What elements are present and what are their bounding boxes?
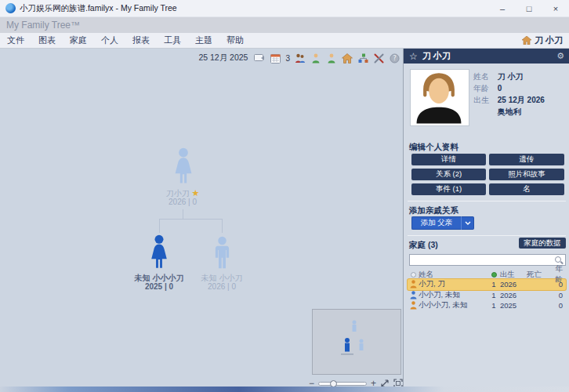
minimap[interactable] bbox=[312, 309, 401, 375]
photos-stories-button[interactable]: 照片和故事 bbox=[489, 169, 564, 180]
detail-name-label: 姓名 bbox=[473, 71, 492, 82]
menu-bar: 文件 图表 家庭 个人 报表 工具 主题 帮助 刀 小刀 bbox=[0, 33, 569, 49]
menu-tools[interactable]: 工具 bbox=[157, 33, 188, 49]
panel-person-name: 刀 小刀 bbox=[422, 50, 451, 62]
row-name: 小小刀, 未知 bbox=[419, 290, 487, 300]
names-button[interactable]: 名 bbox=[489, 183, 564, 195]
relationships-button[interactable]: 关系 (2) bbox=[411, 169, 486, 180]
header-death[interactable]: 死亡 bbox=[527, 270, 549, 280]
add-section-title: 添加亲戚关系 bbox=[409, 205, 458, 216]
panel-settings-gear-icon[interactable]: ⚙ bbox=[556, 51, 564, 61]
help-icon[interactable]: ? bbox=[389, 53, 400, 64]
slideshow-icon[interactable] bbox=[254, 53, 265, 64]
family-group-icon[interactable] bbox=[295, 53, 306, 64]
home-person-icon[interactable] bbox=[342, 53, 353, 64]
relationship-chart-icon[interactable] bbox=[357, 53, 368, 64]
family-section-title: 家庭 (3) bbox=[409, 240, 438, 251]
menu-reports[interactable]: 报表 bbox=[125, 33, 157, 49]
person-photo[interactable] bbox=[411, 70, 469, 125]
menu-themes[interactable]: 主题 bbox=[188, 33, 219, 49]
search-icon bbox=[554, 256, 563, 264]
row-birth: 2026 bbox=[500, 291, 527, 299]
genetics-button[interactable]: 遗传 bbox=[489, 154, 564, 165]
detail-age-row: 年龄 0 bbox=[473, 83, 502, 94]
tree-connector-h bbox=[159, 219, 223, 220]
events-button[interactable]: 事件 (1) bbox=[411, 183, 486, 195]
person-icon-2[interactable] bbox=[326, 53, 337, 64]
menu-individual[interactable]: 个人 bbox=[94, 33, 125, 49]
header-name[interactable]: 姓名 bbox=[419, 270, 487, 280]
detail-name-row: 姓名 刀 小刀 bbox=[473, 71, 524, 82]
panel-divider-2 bbox=[408, 235, 566, 236]
details-button[interactable]: 详情 bbox=[411, 154, 486, 165]
row-count: 1 bbox=[487, 301, 500, 310]
row-birth: 2025 bbox=[500, 301, 527, 310]
home-icon bbox=[522, 36, 531, 45]
detail-age-label: 年龄 bbox=[473, 83, 492, 94]
header-birth[interactable]: 出生 bbox=[500, 270, 527, 280]
add-father-dropdown[interactable] bbox=[461, 216, 474, 230]
panel-divider-1 bbox=[408, 201, 566, 201]
family-row-3[interactable]: 小小小刀, 未知 1 2025 0 bbox=[408, 300, 566, 311]
status-dot-icon bbox=[491, 272, 497, 278]
desktop-edge bbox=[0, 387, 569, 392]
maximize-button[interactable]: □ bbox=[516, 0, 542, 17]
favorite-star-icon[interactable]: ☆ bbox=[409, 51, 418, 62]
menu-file[interactable]: 文件 bbox=[0, 33, 31, 49]
home-person-name: 刀 小刀 bbox=[535, 34, 563, 46]
avatar-silhouette bbox=[411, 70, 467, 124]
tree-connector-v-left bbox=[159, 219, 160, 233]
edit-section-title: 编辑个人资料 bbox=[409, 142, 458, 153]
window-title: 小刀娱乐网的族谱.familyx - My Family Tree bbox=[20, 3, 177, 14]
add-father-button[interactable]: 添加 父亲 bbox=[411, 216, 461, 230]
row-name: 小小小刀, 未知 bbox=[419, 300, 487, 310]
calendar-icon[interactable] bbox=[270, 53, 281, 64]
minimize-button[interactable]: – bbox=[489, 0, 516, 17]
person-panel: ☆ 刀 小刀 ⚙ 姓名 刀 小刀 年龄 0 出生 25 12月 2026 bbox=[403, 49, 569, 392]
tree-root-name: 刀小刀 bbox=[166, 189, 190, 198]
zoom-slider[interactable] bbox=[318, 382, 367, 386]
close-button[interactable]: × bbox=[542, 0, 569, 17]
family-search-box[interactable] bbox=[409, 254, 566, 266]
canvas-toolbar: 25 12月 2025 3 bbox=[198, 53, 400, 64]
tree-root-detail: 2026 | 0 bbox=[169, 198, 197, 206]
current-date-label: 25 12月 2025 bbox=[198, 53, 248, 64]
person-icon-1[interactable] bbox=[310, 53, 321, 64]
menu-help[interactable]: 帮助 bbox=[219, 33, 251, 49]
home-person-link[interactable]: 刀 小刀 bbox=[522, 34, 569, 46]
family-search-input[interactable] bbox=[410, 256, 554, 265]
tree-person-right-child[interactable] bbox=[209, 236, 235, 271]
menu-family[interactable]: 家庭 bbox=[63, 33, 94, 49]
detail-birth-label: 出生 bbox=[473, 95, 492, 106]
tree-right-child-detail: 2026 | 0 bbox=[208, 282, 236, 291]
family-table: 姓名 出生 死亡 年龄 小刀, 刀 1 2026 0 小小刀, 未知 1 202… bbox=[408, 270, 566, 311]
row-name: 小刀, 刀 bbox=[419, 279, 487, 289]
app-logo-icon bbox=[5, 3, 16, 13]
detail-birthplace-row: 奥地利 bbox=[473, 107, 521, 118]
tree-person-root[interactable] bbox=[169, 147, 198, 187]
detail-birthplace-value: 奥地利 bbox=[498, 107, 521, 116]
tools-icon[interactable] bbox=[373, 53, 384, 64]
tree-person-left-child[interactable] bbox=[146, 234, 172, 271]
tree-left-child-detail: 2025 | 0 bbox=[145, 282, 173, 291]
detail-birth-value: 25 12月 2026 bbox=[498, 96, 545, 104]
menu-charts[interactable]: 图表 bbox=[31, 33, 63, 49]
tree-connector-v-right bbox=[222, 219, 223, 233]
family-table-header[interactable]: 姓名 出生 死亡 年龄 bbox=[408, 270, 566, 279]
title-bar: 小刀娱乐网的族谱.familyx - My Family Tree – □ × bbox=[0, 0, 569, 17]
people-count: 3 bbox=[285, 54, 290, 63]
add-father-split-button[interactable]: 添加 父亲 bbox=[411, 216, 474, 230]
person-panel-header: ☆ 刀 小刀 ⚙ bbox=[404, 49, 569, 64]
person-icon-blue bbox=[410, 291, 417, 299]
row-age: 0 bbox=[549, 291, 566, 299]
detail-age-value: 0 bbox=[498, 84, 502, 93]
person-icon-orange bbox=[410, 301, 417, 310]
row-birth: 2026 bbox=[500, 280, 527, 289]
family-data-button[interactable]: 家庭的数据 bbox=[519, 238, 566, 249]
family-row-2[interactable]: 小小刀, 未知 1 2026 0 bbox=[408, 290, 566, 301]
root-star-icon: ★ bbox=[191, 188, 199, 198]
tree-canvas[interactable]: 25 12月 2025 3 bbox=[0, 49, 403, 392]
family-row-1[interactable]: 小刀, 刀 1 2026 0 bbox=[408, 279, 566, 290]
detail-name-value: 刀 小刀 bbox=[498, 72, 524, 81]
person-icon-orange bbox=[410, 280, 417, 289]
